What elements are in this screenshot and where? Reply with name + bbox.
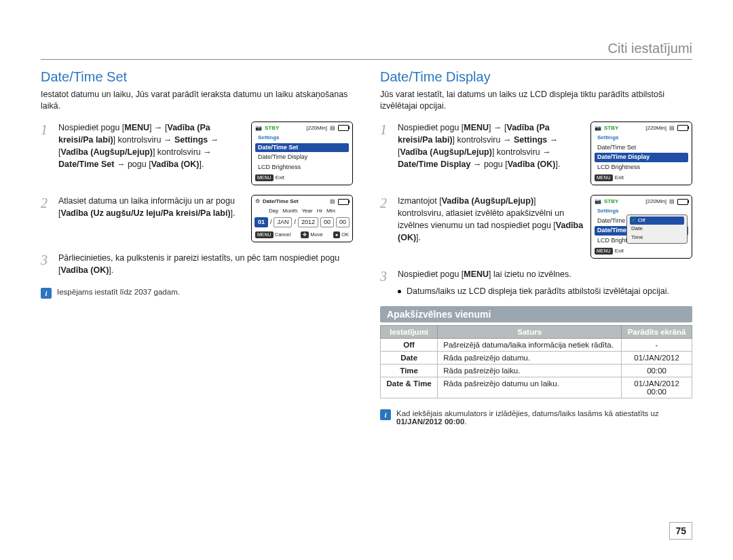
menu-category: Settings (255, 134, 349, 142)
step-number: 1 (41, 122, 52, 136)
menu-label: MENU (124, 123, 149, 132)
text: Nospiediet pogu [ (58, 123, 124, 132)
stby-label: STBY (604, 198, 618, 205)
heading-date-time-set: Date/Time Set (41, 69, 353, 85)
cell: Rāda pašreizējo datumu un laiku. (438, 377, 622, 398)
menu-tag: MENU (255, 231, 274, 238)
table-row: Off Pašreizējā datuma/laika informācija … (381, 338, 692, 351)
move-icon: ✥ (301, 231, 309, 238)
time-remain: [220Min] (645, 125, 666, 132)
target-label: Date/Time Display (398, 160, 470, 169)
step-number: 2 (41, 195, 52, 210)
text: ] lai izietu no izvēlnes. (489, 269, 571, 279)
opt-off: Off (403, 341, 415, 349)
text: → pogu [ (114, 160, 151, 169)
exit-label: Exit (276, 174, 284, 181)
control-label: Vadība (Augšup/Lejup) (442, 196, 533, 206)
menu-item: Date/Time Set (595, 143, 688, 153)
step-text: Pārliecinieties, ka pulkstenis ir pareiz… (58, 252, 353, 276)
text: ]. (556, 160, 561, 169)
text: Nospiediet pogu [ (398, 269, 464, 279)
ok-label: Vadība (OK) (60, 265, 109, 275)
cell: 01/JAN/2012 (622, 351, 692, 364)
field-day-selected: 01 (255, 217, 268, 228)
sub-heading: Apakšizvēlnes vienumi (380, 306, 692, 322)
control-label: Vadība (Augšup/Lejup) (60, 147, 152, 157)
exit-label: Exit (615, 248, 624, 255)
gear-icon: ⚙ (255, 198, 260, 205)
camera-icon: 📷 (255, 125, 262, 132)
label-min: Min (326, 208, 335, 214)
popup-off: Off (638, 217, 645, 223)
step-number: 3 (41, 252, 52, 267)
field-month: JAN (274, 217, 292, 228)
text: ]. (200, 160, 204, 169)
menu-tag: MENU (595, 174, 613, 181)
text: ] kontrolsviru → (153, 147, 212, 157)
label-hour: Hr (317, 208, 322, 214)
reset-value: 01/JAN/2012 00:00 (396, 417, 464, 426)
text: ] kontrolsviru → (453, 135, 514, 145)
lcd-panel: 📷 STBY [220Min] ▤ Settings Date/Time Set… (251, 122, 353, 185)
camera-icon: 📷 (595, 125, 601, 132)
exit-label: Exit (615, 174, 624, 181)
menu-item: Date/Time Display (255, 153, 349, 162)
time-remain: [220Min] (645, 198, 666, 205)
lcd-panel: ⚙ Date/Time Set ▤ Day Month Year Hr Min (251, 195, 353, 242)
step-text: Izmantojot [Vadība (Augšup/Lejup)] kontr… (398, 195, 584, 244)
text: Nospiediet pogu [ (398, 123, 464, 132)
th-content: Saturs (438, 325, 622, 338)
text: ] → [ (149, 123, 167, 132)
note-icon: i (380, 409, 391, 420)
cell: 01/JAN/2012 00:00 (622, 377, 692, 398)
menu-item: LCD Brightness (595, 163, 688, 172)
opt-date: Date (400, 354, 417, 362)
text: ]. (231, 208, 236, 218)
target-label: Date/Time Set (58, 160, 114, 169)
content-columns: Date/Time Set Iestatot datumu un laiku, … (41, 69, 692, 426)
ok-label: OK (341, 231, 349, 238)
card-icon: ▤ (669, 125, 675, 132)
intro-left: Iestatot datumu un laiku, Jūs varat parā… (41, 89, 353, 112)
stby-label: STBY (265, 125, 279, 132)
menu-tag: MENU (255, 174, 274, 181)
battery-icon (338, 199, 349, 205)
step-text: Atlasiet datuma un laika informāciju un … (58, 195, 244, 219)
lcd-screenshot: 📷 STBY [220Min] ▤ Settings Date/Time Set… (251, 122, 353, 185)
popup-time: Time (630, 234, 684, 242)
lcd-panel: 📷 STBY [220Min] ▤ Settings Date/Time Set… (590, 122, 692, 185)
ok-label: Vadība (OK) (508, 160, 556, 169)
col-date-time-set: Date/Time Set Iestatot datumu un laiku, … (41, 69, 353, 426)
table-row: Date & Time Rāda pašreizējo datumu un la… (381, 377, 692, 398)
note-icon: i (41, 288, 52, 299)
step-row: 2 Atlasiet datuma un laika informāciju u… (41, 195, 353, 242)
move-label: Move (310, 231, 322, 238)
step-number: 1 (380, 122, 391, 136)
menu-item: LCD Brightness (255, 163, 349, 172)
card-icon: ▤ (669, 198, 675, 205)
battery-icon (677, 199, 688, 205)
lcd-screenshot: ⚙ Date/Time Set ▤ Day Month Year Hr Min (251, 195, 353, 242)
control-label: Vadība (Uz augšu/Uz leju/Pa kreisi/Pa la… (60, 208, 230, 218)
stby-label: STBY (604, 125, 618, 132)
lcd-screenshot: 📷 STBY [220Min] ▤ Settings Date/Time Set… (590, 122, 692, 185)
field-year: 2012 (298, 217, 318, 228)
cell: Rāda pašreizējo datumu. (438, 351, 622, 364)
settings-label: Settings (174, 135, 208, 145)
cancel-label: Cancel (275, 231, 290, 238)
step-text: Nospiediet pogu [MENU] lai izietu no izv… (398, 268, 692, 280)
bullet-icon (398, 290, 401, 293)
note-right: i Kad iekšējais akumulators ir izlādējie… (380, 409, 692, 426)
cell: Rāda pašreizējo laiku. (438, 364, 622, 377)
table-row: Date Rāda pašreizējo datumu. 01/JAN/2012 (381, 351, 692, 364)
control-label: Vadība (Augšup/Lejup) (400, 147, 491, 157)
cell: 00:00 (622, 364, 692, 377)
text: ] → [ (489, 123, 506, 132)
ok-label: Vadība (OK) (151, 160, 200, 169)
section-header: Citi iestatījumi (41, 41, 692, 60)
table-row: Time Rāda pašreizējo laiku. 00:00 (381, 364, 692, 377)
battery-icon (338, 125, 349, 131)
step-number: 2 (380, 195, 391, 210)
field-hour: 00 (320, 217, 334, 228)
camera-icon: 📷 (595, 198, 601, 205)
